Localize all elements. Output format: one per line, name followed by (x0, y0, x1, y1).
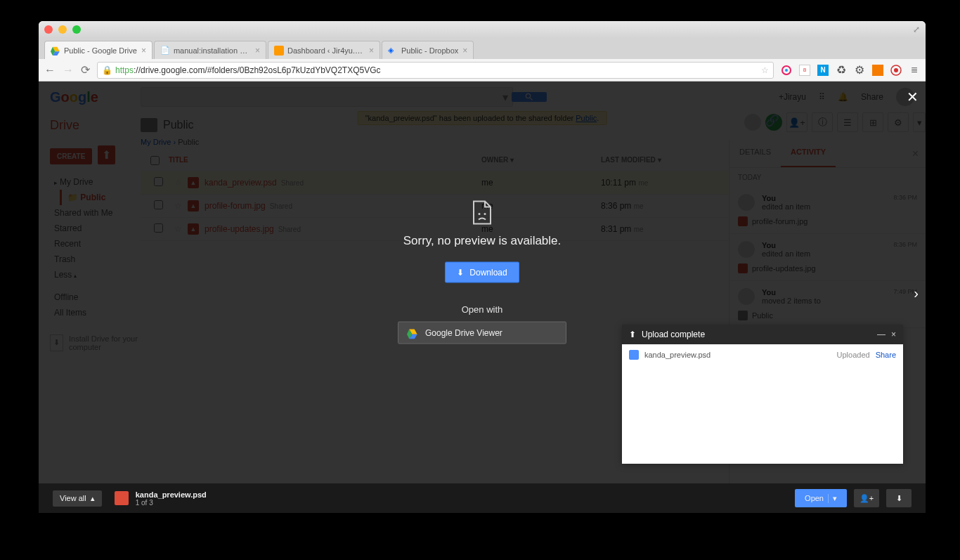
svg-point-8 (484, 213, 486, 215)
reload-button[interactable]: ⟳ (81, 63, 90, 77)
forward-button[interactable]: → (63, 64, 74, 77)
download-button[interactable]: ⬇ (886, 489, 912, 507)
upload-row: kanda_preview.psd Uploaded Share (622, 344, 903, 365)
drive-favicon (51, 46, 60, 56)
fullscreen-icon[interactable]: ⤢ (913, 25, 920, 34)
urlbar[interactable]: 🔒 https://drive.google.com/#folders/0Bzh… (97, 62, 774, 79)
open-button[interactable]: Open ▾ (795, 489, 847, 507)
tabbar: Public - Google Drive × 📄 manual:install… (39, 38, 926, 59)
upload-filename[interactable]: kanda_preview.psd (644, 351, 831, 359)
tab-inactive[interactable]: 📄 manual:installation – Flysp × (154, 41, 266, 59)
lock-icon: 🔒 (102, 65, 112, 75)
no-preview-text: Sorry, no preview is available. (398, 233, 566, 247)
preview-message: Sorry, no preview is available. ⬇ Downlo… (398, 200, 566, 344)
bottombar-actions: Open ▾ 👤+ ⬇ (795, 489, 912, 507)
tab-inactive[interactable]: ◈ Public - Dropbox × (382, 41, 474, 59)
next-button[interactable]: › (914, 285, 919, 301)
traffic-lights (44, 25, 81, 34)
tab-title: Dashboard ‹ Jir4yu.me — (287, 46, 365, 55)
dropbox-favicon: ◈ (388, 46, 398, 56)
close-icon[interactable]: × (255, 46, 260, 56)
zoom-window-button[interactable] (72, 25, 81, 34)
chevron-up-icon: ▴ (91, 494, 95, 503)
menu-icon[interactable]: ≡ (909, 65, 920, 76)
upload-icon: ⬆ (629, 330, 636, 339)
url-path: ://drive.google.com/#folders/0Bzh92osL6p… (134, 65, 381, 75)
upload-status: Uploaded (837, 351, 870, 359)
preview-bottombar: View all ▴ kanda_preview.psd 1 of 3 Open… (39, 483, 926, 513)
drive-icon (407, 327, 418, 337)
url-protocol: https (115, 65, 134, 75)
extension-icon[interactable]: N (817, 65, 829, 76)
close-icon[interactable]: × (141, 46, 146, 56)
extension-icon[interactable] (890, 65, 902, 76)
favicon: 📄 (160, 46, 170, 56)
minimize-window-button[interactable] (58, 25, 67, 34)
upload-popup-header: ⬆ Upload complete — × (622, 325, 903, 344)
tab-inactive[interactable]: Dashboard ‹ Jir4yu.me — × (268, 41, 380, 59)
file-counter: 1 of 3 (136, 499, 207, 507)
extension-icon[interactable]: 8 (799, 65, 810, 76)
download-icon: ⬇ (457, 267, 464, 277)
current-filename: kanda_preview.psd (136, 490, 207, 499)
view-all-button[interactable]: View all ▴ (53, 490, 102, 507)
svg-point-7 (479, 213, 481, 215)
close-icon[interactable]: × (891, 330, 896, 339)
tab-title: Public - Dropbox (401, 46, 458, 55)
close-icon[interactable]: × (369, 46, 374, 56)
back-button[interactable]: ← (44, 64, 56, 77)
tab-active[interactable]: Public - Google Drive × (44, 41, 153, 59)
extension-icon[interactable] (781, 65, 792, 76)
google-drive-viewer-button[interactable]: Google Drive Viewer (398, 321, 566, 344)
minimize-icon[interactable]: — (877, 330, 886, 339)
current-file-info: kanda_preview.psd 1 of 3 (115, 490, 207, 507)
extension-icons: 8 N ♻ ⚙ ≡ (781, 65, 920, 76)
extension-icon[interactable]: ♻ (836, 65, 847, 76)
photo-icon (115, 491, 129, 505)
upload-title: Upload complete (642, 330, 705, 339)
file-icon (629, 350, 639, 360)
extension-icon[interactable] (872, 65, 883, 76)
close-preview-button[interactable]: ✕ (907, 89, 919, 105)
upload-complete-popup: ⬆ Upload complete — × kanda_preview.psd … (622, 325, 903, 464)
titlebar: ⤢ (39, 21, 926, 38)
chevron-down-icon: ▾ (828, 494, 837, 503)
download-button[interactable]: ⬇ Download (445, 261, 519, 282)
favicon (274, 46, 284, 56)
svg-point-4 (785, 69, 788, 72)
browser-window: ⤢ Public - Google Drive × 📄 manual:insta… (39, 21, 926, 504)
upload-share-link[interactable]: Share (876, 351, 896, 359)
preview-overlay: ✕ › Sorry, no preview is available. ⬇ Do… (39, 82, 926, 504)
close-window-button[interactable] (44, 25, 53, 34)
content-area: Google ▾ +Jirayu ⠿ 🔔 Share "ka (39, 82, 926, 504)
tab-title: Public - Google Drive (64, 46, 137, 55)
urlbar-row: ← → ⟳ 🔒 https://drive.google.com/#folder… (39, 59, 926, 82)
svg-point-6 (894, 68, 898, 72)
bookmark-star-icon[interactable]: ☆ (761, 65, 769, 75)
add-person-button[interactable]: 👤+ (854, 489, 879, 507)
close-icon[interactable]: × (462, 46, 467, 56)
tab-title: manual:installation – Flysp (174, 46, 251, 55)
open-with-label: Open with (398, 304, 566, 314)
settings-icon[interactable]: ⚙ (854, 65, 865, 76)
sad-document-icon (471, 200, 493, 225)
